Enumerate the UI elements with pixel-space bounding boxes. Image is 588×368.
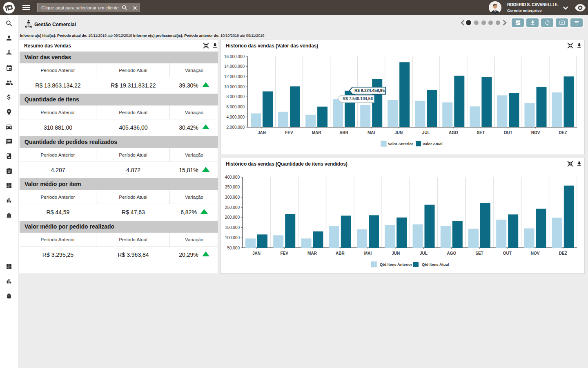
- svg-text:Qtd Itens Atual: Qtd Itens Atual: [422, 262, 449, 267]
- svg-text:DEZ: DEZ: [559, 130, 567, 135]
- svg-text:150.000: 150.000: [225, 225, 240, 230]
- svg-text:JAN: JAN: [258, 130, 266, 135]
- svg-text:Valor Atual: Valor Atual: [423, 141, 443, 146]
- svg-text:AGO: AGO: [449, 130, 458, 135]
- svg-text:OUT: OUT: [504, 130, 512, 135]
- svg-text:2.000.000: 2.000.000: [227, 125, 245, 130]
- svg-text:MAR: MAR: [312, 130, 322, 135]
- svg-text:6.000.000: 6.000.000: [227, 105, 245, 109]
- svg-text:DEZ: DEZ: [559, 251, 567, 256]
- svg-text:JUN: JUN: [392, 251, 400, 256]
- svg-text:R$ 7.540.104,56: R$ 7.540.104,56: [343, 96, 373, 101]
- svg-text:350.000: 350.000: [225, 185, 240, 189]
- svg-text:JUN: JUN: [394, 130, 403, 135]
- svg-text:300.000: 300.000: [225, 195, 240, 200]
- svg-text:AGO: AGO: [447, 251, 456, 256]
- svg-text:FEV: FEV: [285, 130, 293, 135]
- svg-text:JUL: JUL: [420, 251, 428, 256]
- svg-text:ABR: ABR: [339, 130, 348, 135]
- svg-text:12.000.000: 12.000.000: [224, 74, 245, 79]
- svg-text:FEV: FEV: [280, 251, 288, 256]
- svg-text:16.000.000: 16.000.000: [224, 54, 245, 59]
- svg-text:MAI: MAI: [364, 251, 372, 256]
- svg-text:NOV: NOV: [531, 130, 540, 135]
- svg-text:ABR: ABR: [336, 251, 345, 256]
- svg-text:Valor Anterior: Valor Anterior: [388, 141, 413, 146]
- svg-text:50.000: 50.000: [227, 246, 240, 250]
- svg-text:MAR: MAR: [307, 251, 317, 256]
- svg-text:SET: SET: [477, 130, 485, 135]
- svg-text:400.000: 400.000: [225, 175, 240, 180]
- svg-text:OUT: OUT: [503, 251, 512, 256]
- svg-text:JAN: JAN: [252, 251, 261, 256]
- svg-text:100.000: 100.000: [225, 236, 240, 240]
- svg-text:SET: SET: [475, 251, 483, 256]
- svg-text:200.000: 200.000: [225, 215, 240, 220]
- svg-text:14.000.000: 14.000.000: [224, 64, 245, 69]
- svg-text:Qtd Itens Anterior: Qtd Itens Anterior: [380, 262, 412, 267]
- svg-text:4.000.000: 4.000.000: [227, 115, 245, 119]
- svg-text:10.000.000: 10.000.000: [224, 85, 245, 89]
- svg-text:250.000: 250.000: [225, 205, 240, 210]
- svg-text:JUL: JUL: [422, 130, 430, 135]
- svg-text:NOV: NOV: [531, 251, 540, 256]
- svg-text:8.000.000: 8.000.000: [227, 94, 245, 99]
- svg-text:MAI: MAI: [368, 130, 375, 135]
- svg-text:R$ 9.224.458,95: R$ 9.224.458,95: [354, 88, 385, 93]
